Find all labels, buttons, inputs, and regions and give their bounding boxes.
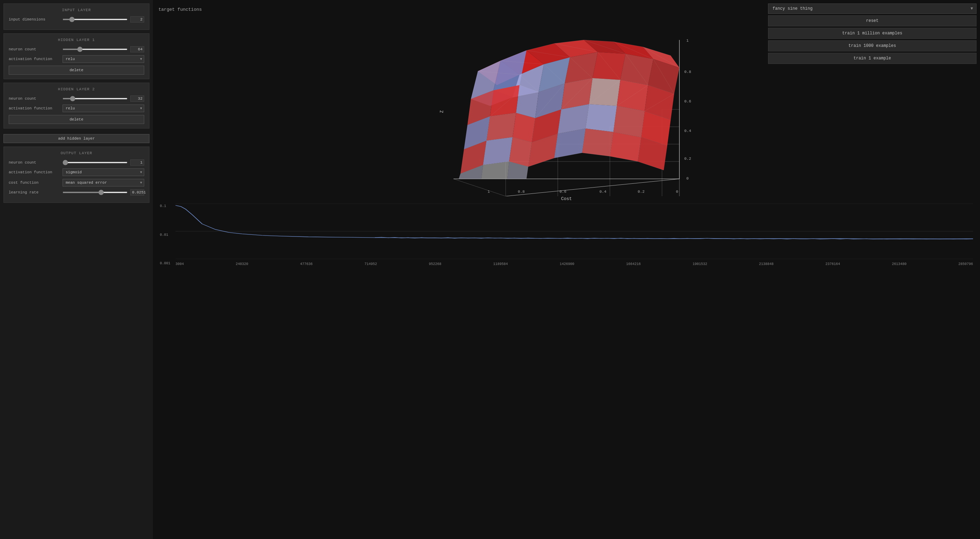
hidden2-neuron-slider-container: 32 — [62, 95, 144, 102]
output-layer-section: OUTPUT LAYER neuron count 1 activation f… — [3, 147, 150, 203]
y-label-bot: 0.001 — [160, 262, 174, 265]
train-1-button[interactable]: train 1 example — [768, 53, 977, 64]
train-million-button[interactable]: train 1 million examples — [768, 28, 977, 39]
hidden1-neuron-row: neuron count 64 — [9, 46, 144, 52]
output-activation-row: activation function relu sigmoid tanh li… — [9, 168, 144, 176]
input-layer-section: INPUT LAYER input dimensions 2 — [3, 3, 150, 30]
add-hidden-layer-button[interactable]: add hidden layer — [3, 134, 150, 143]
left-panel: INPUT LAYER input dimensions 2 HIDDEN LA… — [0, 0, 153, 539]
hidden1-delete-button[interactable]: delete — [9, 66, 144, 75]
svg-marker-62 — [483, 137, 512, 165]
hidden2-activation-label: activation function — [9, 106, 62, 111]
output-lr-slider-container: 0.0251 — [62, 189, 144, 195]
svg-marker-55 — [512, 113, 535, 143]
hidden2-activation-select-container: relu sigmoid tanh linear ▼ — [62, 105, 144, 112]
x-label-6: 1426900 — [560, 262, 574, 266]
hidden1-neuron-slider-container: 64 — [62, 46, 144, 52]
hidden2-neuron-slider[interactable] — [62, 98, 127, 99]
svg-marker-58 — [585, 104, 617, 132]
output-activation-label: activation function — [9, 170, 62, 174]
x-label-3: 714952 — [364, 262, 377, 266]
svg-text:0.6: 0.6 — [684, 99, 691, 103]
x-label-9: 2138848 — [759, 262, 773, 266]
x-label-8: 1901532 — [693, 262, 707, 266]
output-lr-row: learning rate 0.0251 — [9, 189, 144, 195]
svg-text:0.8: 0.8 — [684, 70, 691, 74]
train-1000-button[interactable]: train 1000 examples — [768, 40, 977, 51]
hidden1-neuron-label: neuron count — [9, 47, 62, 51]
cost-line-chart — [175, 203, 973, 259]
output-cost-select-container: mean squared error cross entropy ▼ — [62, 179, 144, 187]
x-label-4: 952268 — [429, 262, 441, 266]
target-function-dropdown-container: fancy sine thing checkerboard circle xor… — [768, 3, 977, 14]
hidden-layer-1-section: HIDDEN LAYER 1 neuron count 64 activatio… — [3, 33, 150, 79]
hidden-layer-2-title: HIDDEN LAYER 2 — [9, 87, 144, 91]
svg-line-1 — [453, 179, 506, 196]
y-label-mid: 0.01 — [160, 233, 174, 237]
reset-button[interactable]: reset — [768, 15, 977, 26]
hidden1-neuron-value: 64 — [130, 46, 144, 52]
hidden1-activation-select-container: relu sigmoid tanh linear ▼ — [62, 55, 144, 63]
hidden2-delete-button[interactable]: delete — [9, 115, 144, 124]
hidden2-activation-row: activation function relu sigmoid tanh li… — [9, 105, 144, 112]
output-lr-slider[interactable] — [62, 192, 127, 193]
output-layer-title: OUTPUT LAYER — [9, 151, 144, 155]
x-label-0: 3004 — [175, 262, 184, 266]
right-panel: target functions fancy sine thing checke… — [153, 0, 980, 539]
output-activation-select[interactable]: relu sigmoid tanh linear — [62, 168, 144, 176]
visualization-area: Z X 1 0.8 0.6 0.4 0.2 0 1 0.8 0.6 0.4 0.… — [153, 12, 980, 539]
hidden2-neuron-row: neuron count 32 — [9, 95, 144, 102]
x-label-5: 1189584 — [493, 262, 508, 266]
cost-chart-area: Cost 0.1 0.01 0.001 — [153, 196, 980, 273]
output-lr-value: 0.0251 — [130, 189, 144, 195]
x-label-7: 1664216 — [626, 262, 641, 266]
3d-visualization: Z X 1 0.8 0.6 0.4 0.2 0 1 0.8 0.6 0.4 0.… — [436, 30, 697, 196]
y-label-top: 0.1 — [160, 204, 174, 208]
input-dimensions-label: input dimensions — [9, 17, 62, 22]
target-functions-label: target functions — [159, 5, 202, 12]
svg-text:0: 0 — [676, 190, 678, 194]
chart-svg-container — [175, 203, 973, 259]
right-controls: fancy sine thing checkerboard circle xor… — [768, 3, 977, 64]
hidden2-neuron-label: neuron count — [9, 97, 62, 101]
output-neuron-slider[interactable] — [62, 162, 127, 163]
svg-text:0: 0 — [686, 176, 689, 181]
output-lr-label: learning rate — [9, 190, 62, 195]
3d-surface-chart: Z X 1 0.8 0.6 0.4 0.2 0 1 0.8 0.6 0.4 0.… — [436, 30, 697, 196]
cost-chart-wrapper: 0.1 0.01 0.001 — [160, 203, 973, 266]
svg-text:0.4: 0.4 — [600, 190, 606, 194]
output-neuron-value: 1 — [130, 159, 144, 166]
output-neuron-row: neuron count 1 — [9, 159, 144, 166]
input-dimensions-slider-container: 2 — [62, 16, 144, 22]
hidden1-neuron-slider[interactable] — [62, 49, 127, 50]
hidden1-activation-select[interactable]: relu sigmoid tanh linear — [62, 55, 144, 63]
x-axis-labels: 3004 240320 477636 714952 952268 1189584… — [175, 262, 973, 266]
svg-marker-66 — [582, 128, 613, 156]
input-dimensions-row: input dimensions 2 — [9, 16, 144, 22]
output-cost-label: cost function — [9, 181, 62, 185]
svg-text:0.4: 0.4 — [684, 129, 691, 133]
output-cost-row: cost function mean squared error cross e… — [9, 179, 144, 187]
hidden-layer-2-section: HIDDEN LAYER 2 neuron count 32 activatio… — [3, 82, 150, 128]
y-axis-label: Z — [440, 111, 444, 113]
hidden1-activation-row: activation function relu sigmoid tanh li… — [9, 55, 144, 63]
x-label-10: 2376164 — [826, 262, 840, 266]
svg-text:1: 1 — [686, 38, 689, 43]
output-cost-select[interactable]: mean squared error cross entropy — [62, 179, 144, 187]
input-layer-title: INPUT LAYER — [9, 8, 144, 12]
svg-text:0.6: 0.6 — [560, 190, 566, 194]
x-label-11: 2613480 — [892, 262, 907, 266]
x-label-1: 240320 — [235, 262, 248, 266]
output-neuron-slider-container: 1 — [62, 159, 144, 166]
svg-text:0.2: 0.2 — [638, 190, 644, 194]
output-activation-select-container: relu sigmoid tanh linear ▼ — [62, 168, 144, 176]
x-label-12: 2850796 — [958, 262, 973, 266]
input-dimensions-value: 2 — [130, 16, 144, 22]
x-label-2: 477636 — [300, 262, 312, 266]
input-dimensions-slider[interactable] — [62, 19, 127, 20]
svg-marker-67 — [610, 132, 641, 162]
output-neuron-label: neuron count — [9, 160, 62, 165]
target-function-select[interactable]: fancy sine thing checkerboard circle xor — [768, 3, 977, 14]
hidden2-activation-select[interactable]: relu sigmoid tanh linear — [62, 105, 144, 112]
cost-chart-title: Cost — [160, 196, 973, 201]
